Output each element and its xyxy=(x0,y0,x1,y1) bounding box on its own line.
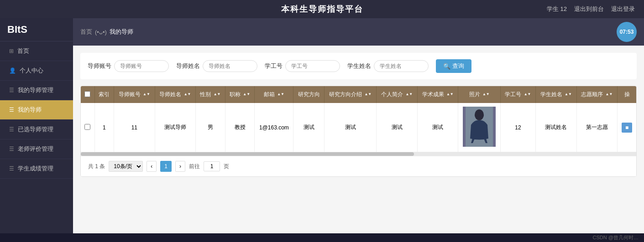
sort-wish-order[interactable]: ▲▼ xyxy=(606,93,613,97)
sidebar-label-my-mentor-manage: 我的导师管理 xyxy=(18,86,53,94)
row-research-dir: 测试 xyxy=(293,103,325,152)
sidebar-label-selected-mentor: 已选导师管理 xyxy=(18,125,53,134)
breadcrumb-left: 首页 (•ᴗ•) 我的导师 xyxy=(80,28,133,36)
sidebar-label-home: 首页 xyxy=(17,47,29,55)
row-email: 1@163.com xyxy=(255,103,293,152)
input-mentor-account[interactable] xyxy=(114,60,169,72)
row-action: ■ xyxy=(618,103,636,152)
th-research-dir: 研究方向 xyxy=(293,86,325,103)
next-page-btn[interactable]: › xyxy=(175,161,185,172)
search-field-mentor-name: 导师姓名 xyxy=(176,60,257,72)
user-info: 学生 12 xyxy=(547,5,567,13)
search-icon: 🔍 xyxy=(443,63,450,70)
th-wish-order: 志愿顺序 ▲▼ xyxy=(576,86,618,103)
sidebar-logo: BItS xyxy=(0,18,73,41)
sort-title[interactable]: ▲▼ xyxy=(243,93,250,97)
watermark-text: CSDN @曾几何时… xyxy=(593,235,639,240)
logout-btn[interactable]: 退出登录 xyxy=(611,5,635,13)
row-index: 1 xyxy=(94,103,114,152)
person-photo xyxy=(463,107,496,147)
table-header-row: 索引 导师账号 ▲▼ 导师姓名 ▲▼ 性别 xyxy=(81,86,636,103)
prev-page-btn[interactable]: ‹ xyxy=(147,161,157,172)
sidebar-item-student-score[interactable]: ☰ 学生成绩管理 xyxy=(0,159,73,179)
sidebar-item-selected-mentor[interactable]: ☰ 已选导师管理 xyxy=(0,120,73,139)
sort-student-id[interactable]: ▲▼ xyxy=(524,93,531,97)
action-btn-0[interactable]: ■ xyxy=(622,123,632,133)
row-title: 教授 xyxy=(225,103,255,152)
app-title: 本科生导师指导平台 xyxy=(281,4,363,15)
sort-student-name[interactable]: ▲▼ xyxy=(565,93,572,97)
mentor-icon: ☰ xyxy=(9,107,14,113)
person-icon: 👤 xyxy=(9,67,16,74)
input-student-name[interactable] xyxy=(374,60,429,72)
row-checkbox-0[interactable] xyxy=(84,124,90,130)
page-size-select[interactable]: 10条/页 20条/页 50条/页 xyxy=(109,161,143,172)
sort-gender[interactable]: ▲▼ xyxy=(214,93,221,97)
sort-bio[interactable]: ▲▼ xyxy=(405,93,413,97)
th-title: 职称 ▲▼ xyxy=(225,86,255,103)
sidebar-item-my-mentor[interactable]: ☰ 我的导师 xyxy=(0,100,73,120)
page-jump-input[interactable] xyxy=(204,161,220,171)
sort-mentor-name[interactable]: ▲▼ xyxy=(184,93,191,97)
col-achievements-label: 学术成果 xyxy=(422,91,444,98)
col-action-label: 操 xyxy=(624,91,630,98)
th-gender: 性别 ▲▼ xyxy=(196,86,225,103)
th-bio: 个人简介 ▲▼ xyxy=(377,86,418,103)
table-body: 1 11 测试导师 男 教授 1@163.com 测试 测试 测试 测试 xyxy=(81,103,636,152)
sort-research-dir-intro[interactable]: ▲▼ xyxy=(364,93,372,97)
score-icon: ☰ xyxy=(9,165,14,172)
sort-photo[interactable]: ▲▼ xyxy=(482,93,490,97)
col-bio-label: 个人简介 xyxy=(381,91,403,98)
input-student-id[interactable] xyxy=(285,60,340,72)
select-all-checkbox[interactable] xyxy=(84,91,90,97)
th-action: 操 xyxy=(618,86,636,103)
eval-icon: ☰ xyxy=(9,146,14,152)
col-gender-label: 性别 xyxy=(200,91,211,98)
horizontal-scrollbar[interactable] xyxy=(81,152,636,156)
header-actions: 学生 12 退出到前台 退出登录 xyxy=(547,5,635,13)
page-1-btn[interactable]: 1 xyxy=(160,161,172,172)
main-layout: BItS ⊞ 首页 👤 个人中心 ☰ 我的导师管理 ☰ 我的导师 ☰ 已选导师管… xyxy=(0,18,644,233)
sort-email[interactable]: ▲▼ xyxy=(277,93,284,97)
row-photo xyxy=(458,103,500,152)
manage-icon: ☰ xyxy=(9,87,14,93)
col-email-label: 邮箱 xyxy=(264,91,275,98)
table-container: 索引 导师账号 ▲▼ 导师姓名 ▲▼ 性别 xyxy=(80,86,637,177)
watermark: CSDN @曾几何时… xyxy=(0,233,644,242)
sidebar: BItS ⊞ 首页 👤 个人中心 ☰ 我的导师管理 ☰ 我的导师 ☰ 已选导师管… xyxy=(0,18,73,233)
th-research-dir-intro: 研究方向介绍 ▲▼ xyxy=(324,86,376,103)
selected-icon: ☰ xyxy=(9,126,14,133)
search-bar: 导师账号 导师姓名 学工号 学生姓名 🔍 查询 xyxy=(80,53,637,79)
sidebar-item-teacher-eval[interactable]: ☰ 老师评价管理 xyxy=(0,139,73,159)
row-gender: 男 xyxy=(196,103,225,152)
sidebar-item-home[interactable]: ⊞ 首页 xyxy=(0,41,73,61)
scroll-thumb xyxy=(81,152,414,156)
th-student-name: 学生姓名 ▲▼ xyxy=(535,86,576,103)
search-field-mentor-account: 导师账号 xyxy=(88,60,169,72)
col-title-label: 职称 xyxy=(230,91,241,98)
sidebar-label-teacher-eval: 老师评价管理 xyxy=(18,145,53,153)
col-research-dir-intro-label: 研究方向介绍 xyxy=(329,91,362,98)
th-email: 邮箱 ▲▼ xyxy=(255,86,293,103)
row-mentor-name: 测试导师 xyxy=(155,103,196,152)
sidebar-label-student-score: 学生成绩管理 xyxy=(18,165,53,173)
th-index: 索引 xyxy=(94,86,114,103)
back-to-front[interactable]: 退出到前台 xyxy=(574,5,604,13)
row-achievements: 测试 xyxy=(417,103,458,152)
col-mentor-name-label: 导师姓名 xyxy=(159,91,181,98)
input-mentor-name[interactable] xyxy=(203,60,257,72)
sidebar-item-my-mentor-manage[interactable]: ☰ 我的导师管理 xyxy=(0,81,73,100)
search-button[interactable]: 🔍 查询 xyxy=(436,59,471,73)
page-label: 页 xyxy=(224,163,229,170)
th-student-id: 学工号 ▲▼ xyxy=(500,86,535,103)
label-student-name: 学生姓名 xyxy=(347,62,371,70)
breadcrumb-emoji: (•ᴗ•) xyxy=(95,29,107,36)
data-table: 索引 导师账号 ▲▼ 导师姓名 ▲▼ 性别 xyxy=(81,86,636,152)
sort-achievements[interactable]: ▲▼ xyxy=(446,93,454,97)
sidebar-item-personal[interactable]: 👤 个人中心 xyxy=(0,61,73,81)
goto-label: 前往 xyxy=(189,163,200,170)
search-field-student-id: 学工号 xyxy=(265,60,340,72)
sort-mentor-account[interactable]: ▲▼ xyxy=(143,93,150,97)
col-photo-label: 照片 xyxy=(469,91,480,98)
breadcrumb-home[interactable]: 首页 xyxy=(80,28,92,36)
